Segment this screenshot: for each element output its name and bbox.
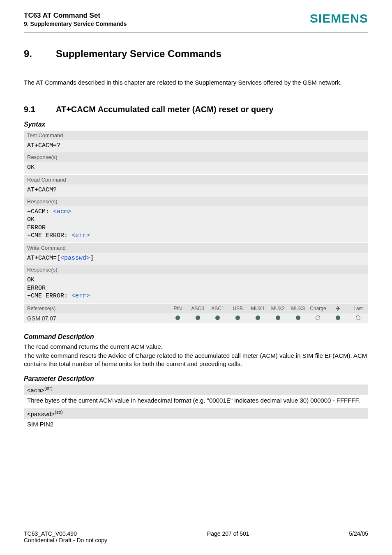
command-description-p2: The write command resets the Advice of C… — [24, 352, 368, 368]
dot-solid-icon — [196, 315, 200, 320]
acm-param-link[interactable]: <acm> — [53, 208, 71, 215]
write-cmd-prefix: AT+CACM=[ — [27, 255, 60, 262]
ref-col-mux2: MUX2 — [268, 304, 288, 313]
ref-col-last: Last — [348, 304, 368, 313]
dot-pin — [168, 314, 188, 323]
reference-value-row: GSM 07.07 — [24, 313, 368, 323]
passwd-param-link[interactable]: <passwd> — [60, 255, 90, 262]
err-param-link[interactable]: <err> — [71, 232, 90, 239]
ref-col-charge: Charge — [308, 304, 328, 313]
dot-solid-icon — [296, 315, 300, 320]
dot-usb — [228, 314, 248, 323]
write-cmd-suffix: ] — [90, 255, 94, 262]
read-resp-line4a: +CME ERROR: — [27, 232, 71, 239]
dot-open-icon — [316, 315, 320, 320]
test-response-text: OK — [24, 162, 368, 174]
write-resp-line1: OK — [27, 276, 35, 283]
read-resp-line3: ERROR — [27, 224, 46, 231]
ref-col-mux1: MUX1 — [248, 304, 268, 313]
param-acm-body: Three bytes of the current ACM value in … — [24, 395, 368, 409]
read-response-text: +CACM: <acm> OK ERROR +CME ERROR: <err> — [24, 206, 368, 242]
section-number: 9.1 — [24, 105, 56, 114]
param-passwd-body: SIM PIN2 — [24, 419, 368, 433]
dot-open-icon — [356, 315, 360, 320]
read-command-label: Read Command — [24, 175, 368, 184]
footer-confidential: Confidential / Draft - Do not copy — [24, 537, 107, 543]
footer-divider — [24, 529, 368, 530]
write-command-text: AT+CACM=[<passwd>] — [24, 253, 368, 265]
read-response-label: Response(s) — [24, 197, 368, 206]
airplane-icon: ✈ — [328, 304, 348, 313]
dot-charge — [308, 314, 328, 323]
dot-airplane — [328, 314, 348, 323]
param-passwd-tag: <passwd>(str) — [24, 408, 368, 419]
syntax-heading: Syntax — [24, 121, 368, 128]
dot-solid-icon — [175, 315, 180, 320]
write-response-text: OK ERROR +CME ERROR: <err> — [24, 274, 368, 303]
reference-columns: PIN ASC0 ASC1 USB MUX1 MUX2 MUX3 Charge … — [168, 304, 368, 313]
header-title: TC63 AT Command Set — [24, 12, 127, 20]
param-passwd-name: <passwd> — [27, 411, 55, 418]
reference-label: Reference(s) — [24, 304, 168, 313]
parameter-description-heading: Parameter Description — [24, 375, 368, 382]
dot-solid-icon — [276, 315, 280, 320]
read-command-text: AT+CACM? — [24, 184, 368, 197]
test-command-text: AT+CACM=? — [24, 140, 368, 152]
page-footer: TC63_ATC_V00.490 Confidential / Draft - … — [24, 529, 368, 544]
read-resp-prefix: +CACM: — [27, 208, 53, 215]
dot-mux3 — [288, 314, 308, 323]
dot-asc0 — [188, 314, 208, 323]
dot-last — [348, 314, 368, 323]
siemens-logo: SIEMENS — [310, 12, 368, 25]
syntax-table: Test Command AT+CACM=? Response(s) OK Re… — [24, 131, 368, 323]
param-acm-name: <acm> — [27, 387, 44, 394]
dot-solid-icon — [336, 315, 340, 320]
header-subtitle: 9. Supplementary Service Commands — [24, 21, 127, 27]
ref-col-asc0: ASC0 — [188, 304, 208, 313]
intro-paragraph: The AT Commands described in this chapte… — [24, 78, 368, 87]
reference-dots — [168, 313, 368, 323]
write-response-label: Response(s) — [24, 265, 368, 274]
err-param-link[interactable]: <err> — [71, 292, 90, 299]
footer-row: TC63_ATC_V00.490 Confidential / Draft - … — [24, 530, 368, 543]
chapter-number: 9. — [24, 48, 56, 60]
dot-mux1 — [248, 314, 268, 323]
header-divider — [24, 32, 368, 33]
command-description-p1: The read command returns the current ACM… — [24, 343, 368, 351]
chapter-heading: 9. Supplementary Service Commands — [24, 48, 368, 60]
footer-left: TC63_ATC_V00.490 Confidential / Draft - … — [24, 530, 107, 543]
param-passwd-type: (str) — [55, 410, 63, 415]
page-header: TC63 AT Command Set 9. Supplementary Ser… — [24, 12, 368, 27]
dot-mux2 — [268, 314, 288, 323]
read-resp-line2: OK — [27, 216, 35, 223]
reference-value: GSM 07.07 — [24, 313, 168, 323]
ref-col-pin: PIN — [168, 304, 188, 313]
write-resp-line2: ERROR — [27, 285, 46, 292]
param-acm-type: (str) — [44, 386, 53, 391]
ref-col-usb: USB — [228, 304, 248, 313]
reference-header-row: Reference(s) PIN ASC0 ASC1 USB MUX1 MUX2… — [24, 304, 368, 313]
footer-doc-id: TC63_ATC_V00.490 — [24, 530, 107, 537]
ref-col-asc1: ASC1 — [208, 304, 228, 313]
footer-date: 5/24/05 — [349, 530, 368, 543]
section-heading: 9.1 AT+CACM Accumulated call meter (ACM)… — [24, 105, 368, 114]
param-acm-tag: <acm>(str) — [24, 385, 368, 395]
command-description-heading: Command Description — [24, 333, 368, 341]
dot-solid-icon — [235, 315, 240, 320]
write-command-label: Write Command — [24, 243, 368, 253]
chapter-title: Supplementary Service Commands — [56, 48, 221, 60]
test-response-label: Response(s) — [24, 152, 368, 162]
dot-solid-icon — [256, 315, 260, 320]
dot-asc1 — [208, 314, 228, 323]
dot-solid-icon — [215, 315, 220, 320]
footer-page-number: Page 207 of 501 — [207, 530, 249, 543]
ref-col-mux3: MUX3 — [288, 304, 308, 313]
section-title: AT+CACM Accumulated call meter (ACM) res… — [56, 105, 274, 114]
test-command-label: Test Command — [24, 131, 368, 140]
header-left: TC63 AT Command Set 9. Supplementary Ser… — [24, 12, 127, 27]
write-resp-line3a: +CME ERROR: — [27, 292, 71, 299]
